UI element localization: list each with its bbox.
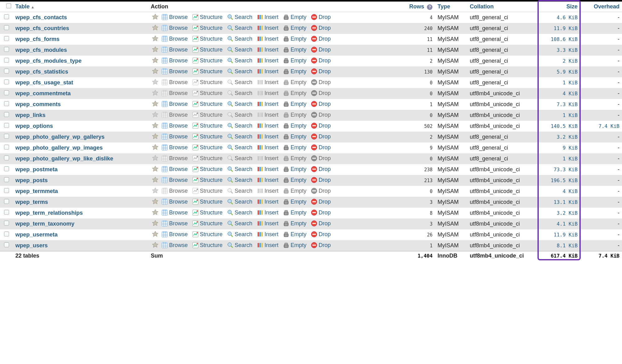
empty-button[interactable]: Empty [283, 68, 306, 75]
header-checkbox[interactable] [0, 1, 13, 12]
insert-button[interactable]: Insert [257, 112, 278, 118]
browse-button[interactable]: Browse [162, 57, 188, 64]
insert-button[interactable]: Insert [257, 220, 278, 227]
favorite-button[interactable] [151, 35, 160, 43]
drop-button[interactable]: Drop [311, 123, 331, 129]
search-button[interactable]: Search [227, 101, 252, 107]
favorite-button[interactable] [151, 187, 160, 195]
row-checkbox[interactable] [4, 69, 9, 74]
row-checkbox[interactable] [4, 210, 9, 215]
insert-button[interactable]: Insert [257, 57, 278, 64]
structure-button[interactable]: Structure [192, 123, 222, 129]
row-checkbox[interactable] [4, 221, 9, 226]
browse-button[interactable]: Browse [162, 199, 188, 205]
empty-button[interactable]: Empty [283, 220, 306, 227]
drop-button[interactable]: Drop [311, 90, 331, 97]
structure-button[interactable]: Structure [192, 166, 222, 173]
row-checkbox[interactable] [4, 177, 9, 182]
table-name-link[interactable]: wpep_usermeta [15, 231, 57, 238]
structure-button[interactable]: Structure [192, 231, 222, 238]
table-name-link[interactable]: wpep_term_relationships [15, 210, 83, 216]
browse-button[interactable]: Browse [162, 144, 188, 151]
favorite-button[interactable] [151, 46, 160, 54]
row-checkbox[interactable] [4, 123, 9, 128]
table-name-link[interactable]: wpep_links [15, 112, 45, 118]
insert-button[interactable]: Insert [257, 188, 278, 194]
drop-button[interactable]: Drop [311, 25, 331, 31]
structure-button[interactable]: Structure [192, 101, 222, 107]
search-button[interactable]: Search [227, 112, 252, 118]
browse-button[interactable]: Browse [162, 242, 188, 249]
search-button[interactable]: Search [227, 209, 252, 216]
insert-button[interactable]: Insert [257, 79, 278, 86]
check-all-checkbox[interactable] [6, 3, 11, 8]
browse-button[interactable]: Browse [162, 209, 188, 216]
structure-button[interactable]: Structure [192, 25, 222, 31]
drop-button[interactable]: Drop [311, 112, 331, 118]
browse-button[interactable]: Browse [162, 47, 188, 53]
empty-button[interactable]: Empty [283, 57, 306, 64]
structure-button[interactable]: Structure [192, 177, 222, 183]
insert-button[interactable]: Insert [257, 209, 278, 216]
favorite-button[interactable] [151, 144, 160, 152]
row-checkbox[interactable] [4, 231, 9, 236]
search-button[interactable]: Search [227, 166, 252, 173]
browse-button[interactable]: Browse [162, 68, 188, 75]
search-button[interactable]: Search [227, 188, 252, 194]
drop-button[interactable]: Drop [311, 101, 331, 107]
drop-button[interactable]: Drop [311, 166, 331, 173]
search-button[interactable]: Search [227, 68, 252, 75]
favorite-button[interactable] [151, 155, 160, 163]
table-name-link[interactable]: wpep_cfs_modules [15, 47, 67, 53]
row-checkbox[interactable] [4, 36, 9, 41]
search-button[interactable]: Search [227, 36, 252, 42]
insert-button[interactable]: Insert [257, 177, 278, 183]
structure-button[interactable]: Structure [192, 47, 222, 53]
search-button[interactable]: Search [227, 177, 252, 183]
empty-button[interactable]: Empty [283, 101, 306, 107]
favorite-button[interactable] [151, 241, 160, 250]
empty-button[interactable]: Empty [283, 90, 306, 97]
drop-button[interactable]: Drop [311, 79, 331, 86]
browse-button[interactable]: Browse [162, 188, 188, 194]
insert-button[interactable]: Insert [257, 155, 278, 162]
insert-button[interactable]: Insert [257, 144, 278, 151]
empty-button[interactable]: Empty [283, 231, 306, 238]
search-button[interactable]: Search [227, 47, 252, 53]
browse-button[interactable]: Browse [162, 166, 188, 173]
favorite-button[interactable] [151, 122, 160, 130]
empty-button[interactable]: Empty [283, 36, 306, 42]
insert-button[interactable]: Insert [257, 231, 278, 238]
sort-type-link[interactable]: Type [437, 3, 450, 10]
header-rows[interactable]: Rows ? [403, 1, 435, 12]
sort-collation-link[interactable]: Collation [470, 3, 494, 10]
drop-button[interactable]: Drop [311, 68, 331, 75]
favorite-button[interactable] [151, 111, 160, 119]
row-checkbox[interactable] [4, 242, 9, 247]
favorite-button[interactable] [151, 165, 160, 174]
table-name-link[interactable]: wpep_postmeta [15, 166, 57, 173]
insert-button[interactable]: Insert [257, 166, 278, 173]
favorite-button[interactable] [151, 57, 160, 65]
row-checkbox[interactable] [4, 145, 9, 150]
row-checkbox[interactable] [4, 90, 9, 95]
row-checkbox[interactable] [4, 166, 9, 171]
sort-size-link[interactable]: Size [566, 3, 578, 10]
drop-button[interactable]: Drop [311, 144, 331, 151]
row-checkbox[interactable] [4, 14, 9, 19]
search-button[interactable]: Search [227, 133, 252, 140]
drop-button[interactable]: Drop [311, 57, 331, 64]
favorite-button[interactable] [151, 231, 160, 239]
empty-button[interactable]: Empty [283, 25, 306, 31]
empty-button[interactable]: Empty [283, 47, 306, 53]
search-button[interactable]: Search [227, 57, 252, 64]
drop-button[interactable]: Drop [311, 188, 331, 194]
insert-button[interactable]: Insert [257, 133, 278, 140]
structure-button[interactable]: Structure [192, 155, 222, 162]
table-name-link[interactable]: wpep_termmeta [15, 188, 58, 194]
browse-button[interactable]: Browse [162, 25, 188, 31]
structure-button[interactable]: Structure [192, 112, 222, 118]
browse-button[interactable]: Browse [162, 231, 188, 238]
structure-button[interactable]: Structure [192, 220, 222, 227]
row-checkbox[interactable] [4, 101, 9, 106]
